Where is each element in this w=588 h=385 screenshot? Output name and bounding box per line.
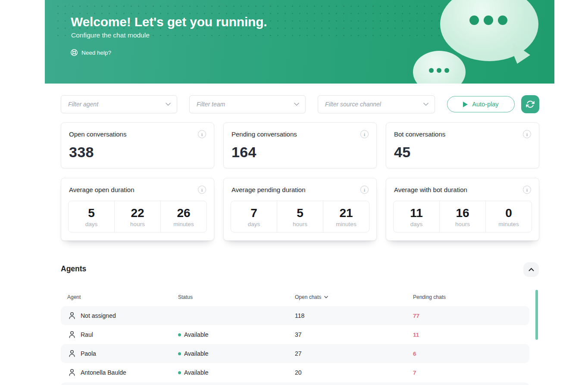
duration-value: 21 [339, 207, 353, 220]
info-icon[interactable]: i [523, 130, 531, 138]
duration-minutes: 0 minutes [486, 201, 532, 232]
open-chats-value: 20 [295, 369, 302, 376]
agent-status: Available [178, 331, 209, 338]
bubble-dot [429, 68, 434, 73]
refresh-icon [526, 100, 535, 109]
stat-label: Open conversations [69, 130, 126, 138]
agent-name: Raul [81, 331, 93, 338]
available-status-dot [178, 371, 181, 374]
duration-unit: hours [130, 221, 145, 227]
duration-hours: 16 hours [440, 201, 486, 232]
duration-unit: days [85, 221, 98, 227]
duration-minutes: 26 minutes [161, 201, 206, 232]
agent-name: Not assigned [81, 312, 116, 319]
sort-chevron-down-icon [324, 296, 328, 298]
pending-chats-value: 6 [413, 351, 416, 357]
agent-row-partial [61, 382, 529, 385]
duration-unit: days [410, 221, 423, 227]
page-subtitle: Configure the chat module [71, 31, 150, 39]
filter-source-channel-select[interactable]: Filter source channel [318, 95, 435, 113]
hero-banner: Welcome! Let's get you running. Configur… [45, 0, 554, 84]
stat-label: Bot conversations [394, 130, 445, 138]
duration-value: 16 [456, 207, 469, 220]
agent-name: Antonella Baulde [81, 369, 126, 376]
need-help-link[interactable]: Need help? [70, 49, 111, 56]
person-icon [69, 312, 75, 321]
duration-label: Average with bot duration [394, 186, 467, 193]
agent-status-label: Available [184, 369, 209, 376]
column-header-status: Status [178, 294, 193, 300]
agent-status-label: Available [184, 331, 209, 338]
stat-card-pending-conversations: Pending conversations i 164 [223, 122, 377, 168]
duration-minutes: 21 minutes [323, 201, 369, 232]
info-icon[interactable]: i [198, 130, 206, 138]
info-icon[interactable]: i [198, 186, 206, 194]
column-header-agent: Agent [67, 294, 81, 300]
duration-unit: days [248, 221, 260, 227]
chat-bubble-small [413, 51, 466, 84]
info-icon[interactable]: i [360, 186, 369, 194]
collapse-agents-button[interactable] [523, 262, 539, 277]
chevron-down-icon [423, 102, 428, 106]
agent-row[interactable]: Antonella Baulde Available 20 7 [61, 363, 529, 382]
agent-row[interactable]: Not assigned 118 77 [61, 306, 529, 325]
filter-agent-select[interactable]: Filter agent [61, 95, 177, 113]
duration-unit: hours [455, 221, 470, 227]
duration-days: 7 days [231, 201, 277, 232]
refresh-button[interactable] [521, 95, 539, 113]
play-icon [463, 102, 468, 107]
bubble-dot [469, 16, 479, 25]
duration-label: Average open duration [69, 186, 134, 193]
filter-team-select[interactable]: Filter team [189, 95, 306, 113]
duration-value: 26 [177, 207, 190, 220]
filter-agent-placeholder: Filter agent [68, 101, 98, 108]
duration-value: 5 [297, 207, 303, 220]
duration-unit: minutes [173, 221, 194, 227]
chat-dashboard-page: Welcome! Let's get you running. Configur… [0, 0, 588, 385]
duration-unit: hours [293, 221, 307, 227]
lifebuoy-icon [70, 49, 78, 56]
bubble-dot [437, 68, 441, 73]
column-header-open-chats[interactable]: Open chats [295, 294, 328, 300]
pending-chats-value: 11 [413, 332, 419, 338]
column-header-open-chats-label: Open chats [295, 294, 321, 300]
autoplay-button[interactable]: Auto-play [447, 96, 515, 112]
duration-card-bot: Average with bot duration i 11 days 16 h… [386, 178, 539, 241]
duration-value: 11 [410, 207, 423, 220]
agent-name: Paola [81, 350, 96, 357]
agent-status-label: Available [184, 350, 209, 357]
stat-value: 45 [394, 144, 531, 161]
duration-days: 5 days [69, 201, 115, 232]
duration-card-pending: Average pending duration i 7 days 5 hour… [223, 178, 377, 241]
table-scrollbar-thumb[interactable] [535, 290, 538, 340]
filter-team-placeholder: Filter team [197, 101, 225, 108]
stat-value: 338 [69, 144, 206, 161]
autoplay-label: Auto-play [472, 101, 498, 108]
agent-status: Available [178, 350, 209, 357]
pending-chats-value: 77 [413, 313, 419, 319]
duration-label: Average pending duration [231, 186, 306, 193]
stat-card-open-conversations: Open conversations i 338 [61, 122, 214, 168]
person-icon [69, 331, 75, 340]
info-icon[interactable]: i [360, 130, 369, 138]
chevron-down-icon [166, 102, 171, 106]
info-icon[interactable]: i [523, 186, 531, 194]
bubble-dot [498, 16, 507, 25]
stat-label: Pending conversations [231, 130, 297, 138]
duration-value: 7 [250, 207, 257, 220]
stat-card-bot-conversations: Bot conversations i 45 [386, 122, 539, 168]
duration-unit: minutes [336, 221, 356, 227]
chevron-up-icon [529, 268, 534, 271]
duration-value: 5 [88, 207, 95, 220]
agent-row[interactable]: Paola Available 27 6 [61, 344, 529, 363]
need-help-label: Need help? [81, 50, 111, 56]
chevron-down-icon [294, 102, 299, 106]
agent-status: Available [178, 369, 209, 376]
bubble-dot [444, 68, 449, 73]
open-chats-value: 27 [295, 350, 302, 357]
agent-row[interactable]: Raul Available 37 11 [61, 325, 529, 344]
person-icon [69, 350, 75, 359]
duration-value: 0 [505, 207, 512, 220]
duration-card-open: Average open duration i 5 days 22 hours … [61, 178, 214, 241]
available-status-dot [178, 352, 181, 355]
